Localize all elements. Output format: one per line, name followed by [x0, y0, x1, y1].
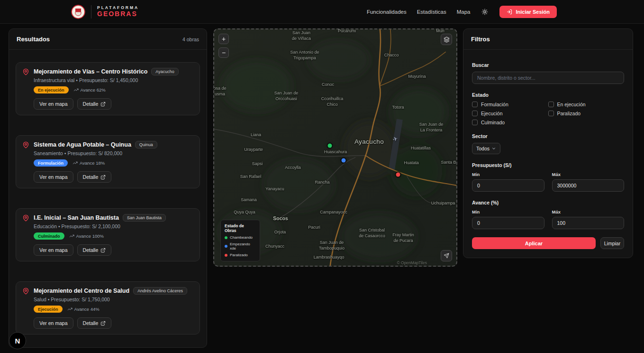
obra-marker[interactable]	[328, 144, 332, 148]
zoom-control: + −	[218, 34, 229, 58]
presupuesto-label: Presupuesto (S/)	[472, 162, 624, 168]
avance-min-input[interactable]	[472, 217, 544, 229]
checkbox-icon	[472, 102, 478, 107]
sector-select[interactable]: Todos	[472, 143, 500, 154]
trending-up-icon	[73, 160, 78, 166]
results-header: Resultados 4 obras	[9, 29, 207, 50]
filters-panel: Filtros Buscar Estado FormulaciónEn ejec…	[463, 28, 633, 258]
district-badge: Andrés Avelino Cáceres	[133, 287, 187, 295]
search-input[interactable]	[472, 72, 624, 84]
results-panel: Resultados 4 obras Mejoramiento de Vías …	[9, 28, 207, 348]
sun-icon	[481, 9, 488, 15]
obra-marker[interactable]	[342, 158, 346, 163]
brand-divider	[91, 5, 91, 19]
legend-item: Empezando xde	[225, 242, 256, 251]
nav-link-mapa[interactable]: Mapa	[457, 9, 471, 15]
brand[interactable]: PLATAFORMA GEOBRAS	[71, 0, 139, 23]
map-legend: Estado de Obras ChambeandoEmpezando xdeP…	[220, 220, 260, 261]
obra-card-content: Sistema de Agua Potable – QuinuaQuinuaSa…	[34, 141, 193, 183]
checkbox-label: En ejecución	[557, 102, 586, 107]
estado-checkbox-ejecucion[interactable]: Ejecución	[472, 111, 548, 116]
checkbox-icon	[472, 111, 478, 116]
legend-dot	[225, 254, 227, 257]
obra-card-content: Mejoramiento de Vías – Centro HistóricoA…	[34, 68, 193, 110]
obra-card: I.E. Inicial – San Juan BautistaSan Juan…	[16, 208, 200, 261]
estado-checkbox-paralizado[interactable]: Paralizado	[548, 111, 625, 116]
avance-label: Avance (%)	[472, 200, 624, 205]
ver-en-mapa-button[interactable]: Ver en mapa	[34, 171, 73, 183]
status-badge: En ejecución	[34, 86, 69, 93]
legend-title: Estado de Obras	[225, 223, 256, 233]
obra-meta: Salud • Presupuesto: S/ 1,750,000	[34, 297, 193, 302]
aplicar-button[interactable]: Aplicar	[472, 237, 596, 249]
locate-button[interactable]	[441, 250, 452, 261]
map-pin-icon	[22, 214, 29, 256]
detalle-button[interactable]: Detalle	[77, 171, 112, 183]
nextjs-dev-badge[interactable]: N	[9, 332, 26, 349]
ver-en-mapa-button[interactable]: Ver en mapa	[34, 317, 73, 329]
obra-card-content: I.E. Inicial – San Juan BautistaSan Juan…	[34, 214, 193, 256]
trending-up-icon	[69, 233, 74, 239]
status-badge: Culminado	[34, 232, 64, 240]
app: PLATAFORMA GEOBRAS Funcionalidades Estad…	[0, 0, 644, 353]
trending-up-icon	[73, 87, 79, 93]
detalle-button[interactable]: Detalle	[77, 317, 112, 329]
avance-label: Avance 44%	[67, 307, 100, 312]
presupuesto-max-label: Máx	[552, 172, 625, 177]
obra-meta: Educación • Presupuesto: S/ 2,100,000	[34, 223, 193, 229]
presupuesto-max-input[interactable]	[552, 179, 625, 192]
theme-toggle-button[interactable]	[481, 8, 489, 16]
log-in-icon	[507, 9, 512, 15]
presupuesto-min-label: Min	[472, 172, 544, 177]
ver-en-mapa-button[interactable]: Ver en mapa	[34, 244, 73, 256]
geobras-logo-icon	[71, 5, 85, 19]
chevron-down-icon	[491, 146, 496, 151]
nav-link-funcionalidades[interactable]: Funcionalidades	[367, 9, 407, 15]
obra-title: Mejoramiento de Vías – Centro Histórico	[34, 68, 147, 75]
brand-plataforma: PLATAFORMA	[97, 6, 139, 10]
trending-up-icon	[67, 307, 73, 312]
legend-items: ChambeandoEmpezando xdeParalizado	[225, 235, 256, 257]
map-pin-icon	[22, 141, 29, 183]
presupuesto-min-input[interactable]	[472, 179, 544, 192]
limpiar-button[interactable]: Limpiar	[600, 237, 624, 249]
layers-icon	[444, 37, 450, 43]
estado-label: Estado	[472, 92, 624, 98]
zoom-in-button[interactable]: +	[218, 34, 229, 44]
avance-label: Avance 18%	[73, 160, 105, 166]
send-icon	[444, 253, 449, 259]
estado-checkbox-en-ejecucion[interactable]: En ejecución	[548, 102, 625, 107]
nav-link-estadisticas[interactable]: Estadísticas	[417, 9, 446, 15]
estado-checkbox-culminado[interactable]: Culminado	[472, 120, 548, 125]
legend-dot	[225, 236, 227, 239]
presupuesto-minmax: Min Máx	[472, 172, 624, 192]
district-badge: San Juan Bautista	[123, 214, 166, 222]
external-link-icon	[100, 321, 106, 326]
estado-checkbox-formulacion[interactable]: Formulación	[472, 102, 548, 107]
avance-min-label: Min	[472, 209, 544, 214]
sector-section: Sector Todos	[472, 133, 624, 154]
login-button[interactable]: Iniciar Sesión	[499, 6, 557, 18]
brand-geobras: GEOBRAS	[97, 10, 139, 18]
layers-button[interactable]	[441, 34, 452, 45]
zoom-out-button[interactable]: −	[218, 47, 229, 58]
external-link-icon	[100, 175, 106, 180]
detalle-button[interactable]: Detalle	[77, 98, 112, 110]
avance-max-input[interactable]	[552, 217, 625, 229]
obra-title: Sistema de Agua Potable – Quinua	[34, 141, 131, 148]
nextjs-n-icon: N	[15, 337, 20, 345]
external-link-icon	[100, 102, 106, 107]
ver-en-mapa-button[interactable]: Ver en mapa	[34, 98, 73, 110]
filters-title: Filtros	[471, 36, 490, 43]
district-badge: Ayacucho	[151, 68, 178, 75]
brand-text: PLATAFORMA GEOBRAS	[97, 6, 139, 18]
obra-card-content: Mejoramiento del Centro de SaludAndrés A…	[34, 287, 193, 329]
obra-marker[interactable]	[396, 173, 400, 177]
detalle-button[interactable]: Detalle	[77, 244, 112, 256]
avance-label: Avance 62%	[73, 87, 106, 93]
avance-max-label: Máx	[552, 209, 625, 214]
avance-minmax: Min Máx	[472, 209, 624, 229]
obra-meta: Infraestructura vial • Presupuesto: S/ 1…	[34, 77, 193, 83]
obra-card: Mejoramiento de Vías – Centro HistóricoA…	[16, 62, 200, 115]
map-canvas[interactable]: ✈ + − Estado de Obras ChambeandoEmpezand…	[213, 28, 457, 267]
